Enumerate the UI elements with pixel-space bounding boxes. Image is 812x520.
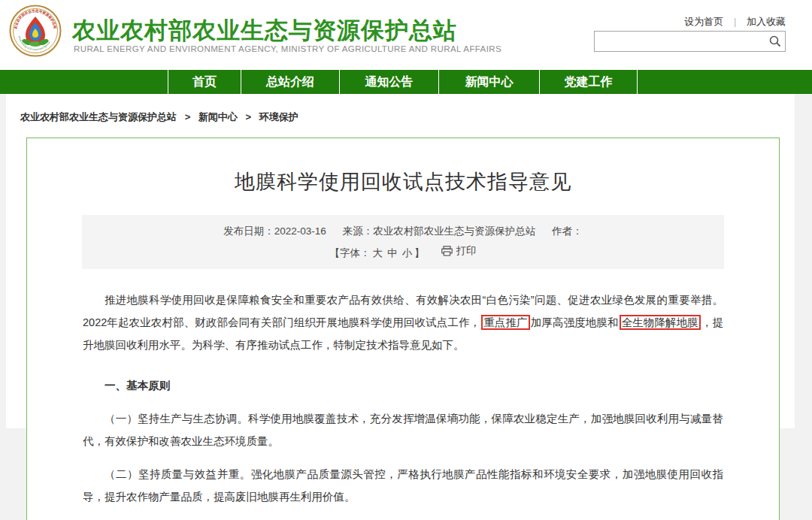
font-size-large-button[interactable]: 大 [373,247,383,258]
article-container: 地膜科学使用回收试点技术指导意见 发布日期：2022-03-16来源：农业农村部… [26,138,780,520]
main-area: 农业农村部农业生态与资源保护总站 > 新闻中心 > 环境保护 地膜科学使用回收试… [0,94,812,520]
agency-emblem-logo: 农业农村部农业生态与资源保护总站 Rural Energy & Environm… [9,5,62,57]
article-meta-line2: 【字体：大中小】打印 [82,241,724,263]
font-size-suffix: 】 [414,247,425,258]
add-favorite-link[interactable]: 加入收藏 [747,16,786,27]
publish-date-label: 发布日期： [223,225,274,237]
search-input[interactable] [595,32,765,50]
highlight-key-promotion: 重点推广 [481,315,529,330]
source-label: 来源： [343,225,374,237]
breadcrumb-news-center[interactable]: 新闻中心 [198,111,238,122]
intro-paragraph: 推进地膜科学使用回收是保障粮食安全和重要农产品有效供给、有效解决农田“白色污染”… [83,289,723,356]
site-subtitle: RURAL ENERGY AND ENVIRONMENT AGENCY, MIN… [74,44,501,53]
nav-item-notices[interactable]: 通知公告 [339,70,438,94]
set-homepage-link[interactable]: 设为首页 [684,16,723,27]
nav-spacer [0,70,168,94]
article-meta-bar: 发布日期：2022-03-16来源：农业农村部农业生态与资源保护总站作者： 【字… [82,215,724,269]
print-button[interactable]: 打印 [441,241,477,261]
nav-item-news-center[interactable]: 新闻中心 [438,70,539,94]
article-body: 推进地膜科学使用回收是保障粮食安全和重要农产品有效供给、有效解决农田“白色污染”… [27,289,779,520]
nav-item-party-building[interactable]: 党建工作 [539,70,638,94]
links-divider: | [734,16,736,27]
nav-item-about[interactable]: 总站介绍 [241,70,339,94]
nav-item-home[interactable]: 首页 [168,70,241,94]
principle-item-1: （一）坚持生产与生态协调。科学使用地膜覆盖技术，充分发挥增温保墒功能，保障农业稳… [83,407,723,452]
intro-text-2: 加厚高强度地膜和 [531,316,619,328]
site-title: 农业农村部农业生态与资源保护总站 [72,15,457,47]
font-size-medium-button[interactable]: 中 [387,247,398,258]
printer-icon [441,246,453,256]
principle-item-2: （二）坚持质量与效益并重。强化地膜产品质量源头管控，严格执行地膜产品性能指标和环… [83,463,723,508]
breadcrumb-environment[interactable]: 环境保护 [259,111,298,122]
breadcrumb-root[interactable]: 农业农村部农业生态与资源保护总站 [20,111,177,122]
section-heading-basic-principles: 一、基本原则 [83,374,723,397]
site-header: 农业农村部农业生态与资源保护总站 Rural Energy & Environm… [0,0,812,70]
article-meta-line1: 发布日期：2022-03-16来源：农业农村部农业生态与资源保护总站作者： [82,222,724,241]
author-label: 作者： [552,225,583,237]
article-title: 地膜科学使用回收试点技术指导意见 [27,168,779,195]
breadcrumb-separator: > [245,111,251,122]
breadcrumb: 农业农村部农业生态与资源保护总站 > 新闻中心 > 环境保护 [20,110,298,124]
highlight-biodegradable-film: 全生物降解地膜 [620,315,701,330]
header-utility-links: 设为首页 | 加入收藏 [684,15,786,29]
breadcrumb-separator: > [185,111,191,122]
font-size-prefix: 【字体： [330,247,371,258]
print-label: 打印 [456,241,477,261]
source-value: 农业农村部农业生态与资源保护总站 [373,225,535,237]
search-icon[interactable] [765,32,785,50]
page: 农业农村部农业生态与资源保护总站 Rural Energy & Environm… [0,0,812,520]
main-navigation: 首页 总站介绍 通知公告 新闻中心 党建工作 [0,70,812,94]
publish-date: 2022-03-16 [274,225,326,237]
search-box [594,31,786,52]
font-size-small-button[interactable]: 小 [402,247,413,258]
